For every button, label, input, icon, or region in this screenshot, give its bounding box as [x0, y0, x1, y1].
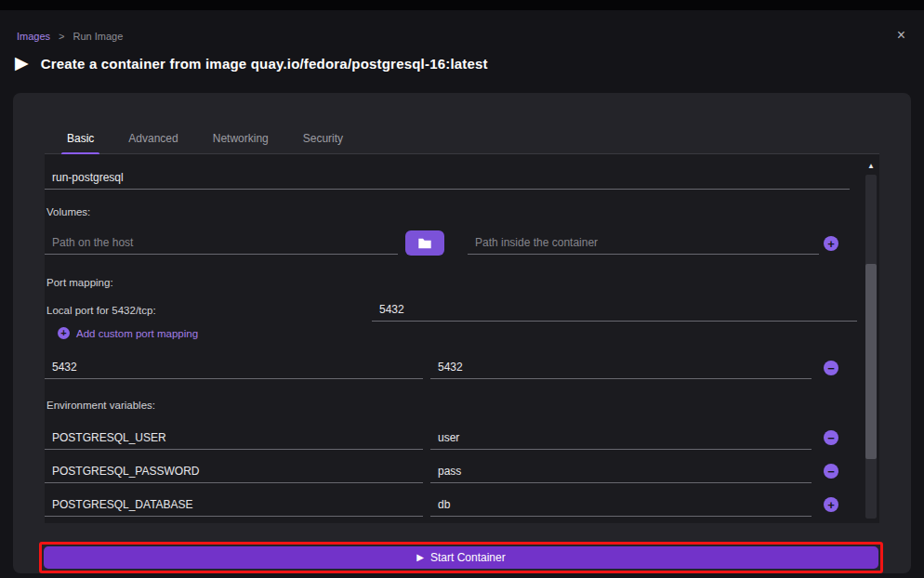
add-volume-icon[interactable]: +	[824, 236, 838, 251]
page-header: ▶ Create a container from image quay.io/…	[15, 53, 488, 73]
volumes-label: Volumes:	[46, 206, 90, 217]
tab-basic[interactable]: Basic	[65, 126, 96, 153]
scrollbar-track[interactable]	[865, 175, 877, 519]
breadcrumb-current: Run Image	[73, 31, 124, 42]
volume-container-input[interactable]	[468, 230, 819, 255]
start-container-label: Start Container	[430, 551, 506, 564]
port-mapping-label: Port mapping:	[46, 277, 113, 288]
container-name-input[interactable]	[45, 165, 850, 190]
basic-form: Volumes: + Port mapping: Local port for …	[45, 154, 879, 523]
env-name-input[interactable]	[45, 426, 423, 450]
volume-host-input[interactable]	[45, 230, 398, 255]
breadcrumb: Images > Run Image	[17, 31, 123, 42]
add-env-icon[interactable]: +	[824, 497, 838, 512]
add-custom-port-label: Add custom port mapping	[76, 328, 198, 339]
env-value-input[interactable]	[430, 493, 812, 517]
page-title: Create a container from image quay.io/fe…	[41, 56, 488, 72]
local-port-input[interactable]	[372, 297, 857, 322]
breadcrumb-images-link[interactable]: Images	[17, 31, 50, 42]
add-custom-port-button[interactable]: + Add custom port mapping	[58, 327, 198, 339]
play-icon: ▶	[15, 53, 29, 73]
environment-variables-label: Environment variables:	[46, 400, 155, 411]
remove-port-icon[interactable]: −	[824, 361, 838, 375]
tab-advanced[interactable]: Advanced	[126, 126, 179, 153]
annotation-highlight-box: ▶ Start Container	[39, 542, 883, 573]
breadcrumb-separator: >	[59, 31, 64, 42]
tab-networking[interactable]: Networking	[211, 126, 271, 153]
browse-folder-button[interactable]	[405, 230, 444, 256]
local-port-label: Local port for 5432/tcp:	[46, 305, 156, 316]
custom-port-container-input[interactable]	[430, 355, 812, 379]
env-name-input[interactable]	[45, 459, 423, 483]
add-icon: +	[58, 327, 70, 339]
scrollbar-thumb[interactable]	[865, 264, 877, 459]
play-icon: ▶	[416, 552, 424, 563]
window-top-strip	[0, 0, 924, 10]
remove-env-icon[interactable]: −	[824, 430, 838, 445]
close-icon[interactable]: ×	[897, 28, 905, 43]
tab-bar: Basic Advanced Networking Security	[45, 126, 879, 154]
form-scrollbar[interactable]: ▲	[865, 160, 878, 519]
custom-port-host-input[interactable]	[45, 355, 423, 379]
tab-security[interactable]: Security	[301, 126, 345, 153]
start-container-button[interactable]: ▶ Start Container	[44, 546, 878, 569]
run-image-dialog: Basic Advanced Networking Security Volum…	[13, 93, 911, 573]
env-value-input[interactable]	[430, 459, 812, 483]
env-name-input[interactable]	[45, 493, 423, 517]
folder-icon	[417, 237, 432, 250]
env-value-input[interactable]	[430, 426, 812, 450]
scroll-up-icon[interactable]: ▲	[865, 160, 878, 173]
remove-env-icon[interactable]: −	[824, 464, 838, 479]
